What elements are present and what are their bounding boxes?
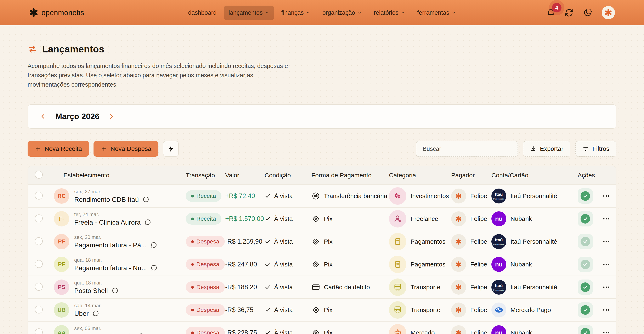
next-month-button[interactable] (108, 113, 115, 120)
nav-item-lançamentos[interactable]: lançamentos (224, 5, 274, 20)
transaction-value: +R$ 1.570,00 (225, 215, 264, 222)
transaction-value: -R$ 1.259,90 (225, 238, 262, 245)
quick-action-button[interactable] (163, 141, 179, 157)
row-menu-button[interactable] (602, 237, 610, 246)
payer-avatar (451, 211, 466, 226)
row-checkbox[interactable] (35, 306, 43, 314)
column-header: Condição (264, 172, 312, 179)
status-check-icon (580, 260, 590, 269)
payment-method-label: Pix (324, 307, 332, 314)
comment-icon[interactable] (144, 219, 151, 226)
row-checkbox[interactable] (35, 192, 43, 200)
condition-label: À vista (274, 329, 293, 334)
transaction-type-badge: Despesa (186, 281, 225, 293)
sync-button[interactable] (565, 8, 574, 17)
status-toggle[interactable] (578, 211, 593, 227)
brand-name: openmonetis (42, 8, 84, 17)
navbar-right: 4 (546, 6, 615, 19)
table-row[interactable]: AA sex, 06 mar. Assaí Atacadista Despesa… (28, 321, 616, 334)
nav-item-finanças[interactable]: finanças (277, 5, 315, 20)
merchant-avatar: UB (54, 302, 69, 318)
payer-avatar (451, 280, 466, 295)
shared-users-icon (127, 333, 134, 334)
condition-label: À vista (274, 215, 293, 222)
row-menu-button[interactable] (602, 329, 610, 334)
check-icon (264, 216, 271, 222)
comment-icon[interactable] (92, 310, 99, 317)
row-checkbox[interactable] (35, 260, 43, 268)
comment-icon[interactable] (112, 287, 118, 294)
notifications-button[interactable]: 4 (546, 8, 555, 17)
merchant-name: Uber (74, 310, 88, 318)
merchant-name: Assaí Atacadista (74, 333, 123, 334)
table-row[interactable]: UB sáb, 14 mar. Uber Despesa -R$ 36,75 À… (28, 298, 616, 321)
dark-mode-toggle[interactable] (583, 8, 592, 17)
nav-item-relatórios[interactable]: relatórios (369, 5, 410, 20)
payer-name: Felipe (470, 307, 487, 314)
comment-icon[interactable] (150, 264, 158, 272)
table-row[interactable]: PF sex, 20 mar. Pagamento fatura - Pã...… (28, 230, 616, 253)
table-row[interactable]: PS qua, 18 mar. Posto Shell Despesa -R$ … (28, 276, 616, 298)
row-checkbox[interactable] (35, 283, 43, 291)
new-expense-button[interactable]: Nova Despesa (94, 141, 158, 157)
status-toggle[interactable] (578, 188, 593, 204)
swap-arrows-icon (28, 44, 37, 54)
chevron-down-icon (265, 10, 269, 15)
payer-avatar (451, 325, 466, 334)
payer-name: Felipe (470, 238, 487, 245)
merchant-name: Posto Shell (74, 287, 108, 295)
comment-icon[interactable] (138, 333, 145, 334)
status-toggle[interactable] (578, 234, 593, 249)
notification-badge: 4 (552, 3, 562, 12)
nav-item-label: finanças (281, 9, 304, 16)
status-check-icon (580, 237, 590, 246)
status-toggle[interactable] (578, 325, 593, 334)
filters-button[interactable]: Filtros (575, 141, 616, 157)
chevron-down-icon (306, 10, 310, 15)
category-label: Transporte (410, 307, 440, 314)
status-toggle[interactable] (578, 257, 593, 272)
filter-icon (582, 145, 589, 152)
status-toggle[interactable] (578, 302, 593, 318)
transaction-date: ter, 24 mar. (74, 212, 151, 217)
column-header: Transação (186, 172, 225, 179)
row-menu-button[interactable] (602, 306, 610, 314)
debit-card-icon (312, 283, 320, 292)
transaction-value: -R$ 247,80 (225, 261, 257, 268)
status-toggle[interactable] (578, 280, 593, 295)
table-row[interactable]: PF qua, 18 mar. Pagamento fatura - Nu...… (28, 253, 616, 276)
row-checkbox[interactable] (35, 237, 43, 245)
new-income-button[interactable]: Nova Receita (28, 141, 89, 157)
row-checkbox[interactable] (35, 214, 43, 222)
search-input[interactable] (416, 141, 518, 157)
nav-item-ferramentas[interactable]: ferramentas (412, 5, 460, 20)
brand[interactable]: openmonetis (29, 8, 84, 17)
chevron-right-icon (108, 113, 115, 120)
bank-transfer-icon (312, 192, 320, 200)
transaction-date: sex, 27 mar. (74, 189, 150, 195)
row-menu-button[interactable] (602, 283, 610, 291)
select-all-checkbox[interactable] (35, 171, 43, 179)
column-header: Valor (225, 172, 264, 179)
comment-icon[interactable] (142, 196, 150, 203)
row-menu-button[interactable] (602, 215, 610, 223)
table-row[interactable]: F- ter, 24 mar. Freela - Clínica Aurora … (28, 207, 616, 230)
status-check-icon (580, 191, 590, 201)
table-row[interactable]: RC sex, 27 mar. Rendimento CDB Itaú Rece… (28, 184, 616, 207)
row-menu-button[interactable] (602, 260, 610, 269)
row-checkbox[interactable] (35, 329, 43, 334)
nav-item-dashboard[interactable]: dashboard (184, 5, 221, 20)
row-menu-button[interactable] (602, 192, 610, 200)
category-label: Pagamentos (410, 261, 445, 268)
user-avatar[interactable] (602, 6, 615, 19)
nav-item-label: lançamentos (228, 9, 262, 16)
payment-method-label: Pix (324, 215, 332, 222)
comment-icon[interactable] (150, 242, 157, 249)
column-header: Estabelecimento (54, 172, 186, 179)
previous-month-button[interactable] (40, 113, 47, 120)
nav-item-organização[interactable]: organização (318, 5, 366, 20)
table-header: Estabelecimento Transação Valor Condição… (28, 166, 616, 184)
export-button[interactable]: Exportar (523, 141, 570, 157)
merchant-name: Rendimento CDB Itaú (74, 196, 139, 203)
column-header: Forma de Pagamento (312, 172, 389, 179)
